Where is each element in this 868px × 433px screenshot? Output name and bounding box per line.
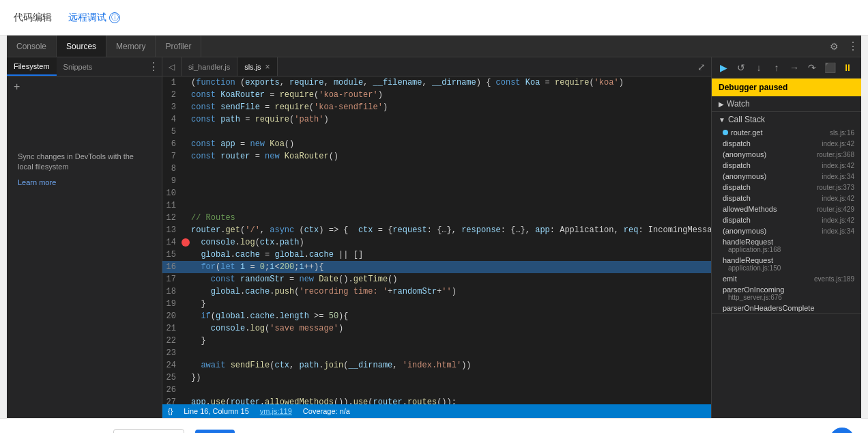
stop-button[interactable]: ⬛ [822,60,837,75]
code-line-19: 19 } [162,298,711,310]
sidebar-more-icon[interactable]: ⋮ [145,60,162,73]
top-bar: 代码编辑 远程调试 ⓘ [0,0,868,36]
call-stack-item-13[interactable]: parserOnIncoming http_server.js:676 [712,284,861,303]
nav-back-button[interactable]: ◁ [162,57,182,76]
sources-sidebar: Filesystem Snippets ⋮ + Sync changes in … [7,57,162,418]
code-line-3: 3 const sendFile = require('koa-sendfile… [162,101,711,113]
code-line-17: 17 const randomStr = new Date().getTime(… [162,273,711,285]
watch-triangle-icon: ▶ [719,100,724,108]
debugger-toolbar: ▶ ↺ ↓ ↑ → ↷ ⬛ ⏸ [712,57,861,79]
code-line-18: 18 global.cache.push('recording time: '+… [162,285,711,298]
code-line-14: 14 console.log(ctx.path) [162,236,711,249]
breakpoint-indicator [182,238,190,247]
tab-memory[interactable]: Memory [106,36,156,57]
remote-debug-label: 远程调试 [68,12,106,24]
step-button[interactable]: → [787,60,802,75]
debugger-paused-banner: Debugger paused [712,79,861,96]
editor-area: ◁ si_handler.js sls.js × ⤢ 1 (function (… [162,57,711,418]
expand-editor-icon[interactable]: ⤢ [692,57,711,76]
call-stack-item-5[interactable]: dispatch router.js:373 [712,182,861,193]
code-line-10: 10 [162,187,711,199]
call-stack-item-1[interactable]: dispatch index.js:42 [712,138,861,149]
sidebar-tab-snippets[interactable]: Snippets [57,57,100,76]
status-braces: {} [168,407,173,415]
watch-section: ▶ Watch [712,96,861,112]
call-stack-item-2[interactable]: (anonymous) router.js:368 [712,149,861,160]
call-stack-item-10[interactable]: handleRequest application.js:168 [712,236,861,255]
chat-button[interactable]: 💬 [830,428,854,434]
code-line-27: 27 app.use(router.allowedMethods()).use(… [162,396,711,404]
active-frame-dot [723,130,728,135]
code-line-22: 22 } [162,335,711,347]
resume-button[interactable]: ▶ [716,60,731,75]
deactivate-breakpoints-button[interactable]: ↷ [805,60,820,75]
file-tab-si-handler[interactable]: si_handler.js [182,57,237,76]
code-line-7: 7 const router = new KoaRouter() [162,150,711,163]
call-stack-item-3[interactable]: dispatch index.js:42 [712,160,861,171]
pause-button[interactable]: ⏸ [840,60,855,75]
call-stack-item-12[interactable]: emit events.js:189 [712,273,861,284]
code-editor[interactable]: 1 (function (exports, require, module, _… [162,76,711,404]
code-line-6: 6 const app = new Koa() [162,138,711,150]
code-line-26: 26 [162,384,711,396]
callstack-triangle-icon: ▼ [719,116,725,124]
call-stack-item-4[interactable]: (anonymous) index.js:34 [712,171,861,182]
code-line-5: 5 [162,126,711,138]
code-line-2: 2 const KoaRouter = require('koa-router'… [162,89,711,101]
editor-status-bar: {} Line 16, Column 15 vm.js:119 Coverage… [162,404,711,418]
bottom-bar: 开启调试模式 重启调试 ⓘ 测试 💬 [0,418,868,433]
settings-icon[interactable]: ⚙ [823,36,845,57]
call-stack-item-14[interactable]: parserOnHeadersComplete [712,303,861,313]
file-tab-close-icon[interactable]: × [265,62,270,72]
status-file-link[interactable]: vm.js:119 [260,407,292,415]
step-into-button[interactable]: ↓ [751,60,766,75]
code-line-12: 12 // Routes [162,212,711,224]
status-location: Line 16, Column 15 [184,407,248,415]
call-stack-item-0[interactable]: router.get sls.js:16 [712,127,861,138]
callstack-header[interactable]: ▼ Call Stack [712,112,861,127]
tab-sources[interactable]: Sources [57,36,106,57]
call-stack-item-6[interactable]: dispatch index.js:42 [712,193,861,204]
sidebar-tab-filesystem[interactable]: Filesystem [7,57,57,76]
call-stack-item-11[interactable]: handleRequest application.js:150 [712,255,861,273]
tab-remote-debug[interactable]: 远程调试 ⓘ [68,12,120,24]
sync-description: Sync changes in DevTools with the local … [7,97,162,178]
file-tab-sls[interactable]: sls.js × [237,57,277,76]
watch-header[interactable]: ▶ Watch [712,96,861,111]
step-out-button[interactable]: ↑ [769,60,784,75]
code-line-4: 4 const path = require('path') [162,113,711,126]
tab-code-edit[interactable]: 代码编辑 [14,9,52,27]
devtools-container: Console Sources Memory Profiler ⚙ ⋮ File… [7,36,861,418]
code-line-16: 16 for(let i = 0;i<200;i++){ [162,261,711,273]
call-stack-item-8[interactable]: dispatch index.js:42 [712,214,861,225]
sources-panel: Filesystem Snippets ⋮ + Sync changes in … [7,57,861,418]
tab-profiler[interactable]: Profiler [156,36,201,57]
call-stack-item-7[interactable]: allowedMethods router.js:429 [712,204,861,214]
step-over-button[interactable]: ↺ [734,60,749,75]
test-button[interactable]: 测试 [195,430,235,434]
code-line-8: 8 [162,163,711,175]
status-coverage: Coverage: n/a [303,407,350,415]
call-stack-item-9[interactable]: (anonymous) index.js:34 [712,225,861,236]
learn-more-link[interactable]: Learn more [7,178,162,186]
more-options-icon[interactable]: ⋮ [845,36,861,57]
code-line-11: 11 [162,199,711,212]
devtools-tabs: Console Sources Memory Profiler ⚙ ⋮ [7,36,861,57]
code-line-1: 1 (function (exports, require, module, _… [162,76,711,89]
editor-file-tabs: ◁ si_handler.js sls.js × ⤢ [162,57,711,76]
code-line-15: 15 global.cache = global.cache || [] [162,249,711,261]
tab-console[interactable]: Console [7,36,57,57]
remote-debug-info-icon[interactable]: ⓘ [109,12,120,23]
call-stack-list: router.get sls.js:16 dispatch index.js:4… [712,127,861,313]
code-line-21: 21 console.log('save message') [162,322,711,335]
add-filesystem-button[interactable]: + [7,76,162,97]
restart-debug-button[interactable]: 重启调试 ⓘ [113,429,184,434]
code-line-25: 25 }) [162,372,711,384]
watch-label: Watch [727,99,750,109]
sidebar-tabs: Filesystem Snippets ⋮ [7,57,162,76]
code-line-24: 24 await sendFile(ctx, path.join(__dirna… [162,359,711,372]
code-line-23: 23 [162,347,711,359]
debugger-panel: ▶ ↺ ↓ ↑ → ↷ ⬛ ⏸ Debugger paused ▶ Watch [711,57,861,418]
call-stack-section: ▼ Call Stack router.get sls.js:16 dispat… [712,112,861,314]
callstack-label: Call Stack [728,115,765,124]
